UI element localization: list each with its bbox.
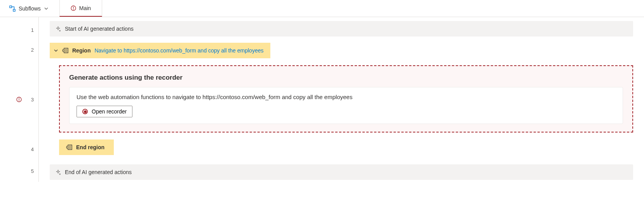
recorder-placeholder[interactable]: Generate actions using the recorder Use …	[59, 65, 633, 132]
warning-icon	[16, 97, 22, 102]
open-recorder-button[interactable]: Open recorder	[77, 106, 132, 117]
line-number: 5	[0, 160, 34, 182]
end-region-label: End region	[76, 144, 104, 150]
region-header[interactable]: Region Navigate to https://contoso.com/w…	[50, 43, 270, 58]
sparkle-icon	[55, 169, 61, 175]
region-description: Navigate to https://contoso.com/web_form…	[94, 47, 263, 54]
svg-point-7	[19, 100, 19, 101]
warning-icon	[71, 5, 76, 11]
action-end-ai[interactable]: End of AI generated actions	[50, 164, 633, 180]
record-icon	[82, 109, 88, 114]
region-header-container: Region Navigate to https://contoso.com/w…	[50, 43, 633, 65]
sparkle-icon	[55, 26, 61, 32]
recorder-inner: Use the web automation functions to navi…	[69, 87, 623, 124]
subflows-label: Subflows	[19, 5, 41, 12]
action-start-ai[interactable]: Start of AI generated actions	[50, 21, 633, 37]
chevron-down-icon	[54, 48, 58, 53]
svg-rect-1	[13, 9, 15, 11]
end-region-container: End region	[50, 139, 633, 164]
main-tab[interactable]: Main	[59, 0, 102, 17]
subflows-icon	[9, 5, 16, 12]
chevron-down-icon	[44, 6, 49, 11]
line-number: 4	[0, 138, 34, 160]
subflows-tab[interactable]: Subflows	[5, 0, 52, 17]
region-icon	[66, 145, 72, 150]
line-number-gutter: 1 2 3 4 5	[0, 17, 39, 182]
main-tab-label: Main	[79, 5, 91, 11]
flow-content: Start of AI generated actions Regio	[39, 17, 644, 182]
action-label: End of AI generated actions	[65, 169, 132, 175]
tabs-bar: Subflows Main	[0, 0, 644, 17]
line-number: 3	[0, 61, 34, 138]
recorder-description: Use the web automation functions to navi…	[77, 94, 616, 100]
open-recorder-label: Open recorder	[92, 108, 127, 115]
region-icon	[62, 48, 68, 53]
line-number: 2	[0, 39, 34, 61]
svg-rect-0	[10, 6, 12, 8]
editor-layout: 1 2 3 4 5 Start of AI gene	[0, 17, 644, 182]
end-region[interactable]: End region	[59, 139, 114, 155]
action-label: Start of AI generated actions	[65, 26, 134, 32]
svg-point-4	[73, 9, 74, 10]
line-number: 1	[0, 21, 34, 39]
recorder-title: Generate actions using the recorder	[69, 74, 623, 82]
region-label: Region	[72, 47, 91, 54]
